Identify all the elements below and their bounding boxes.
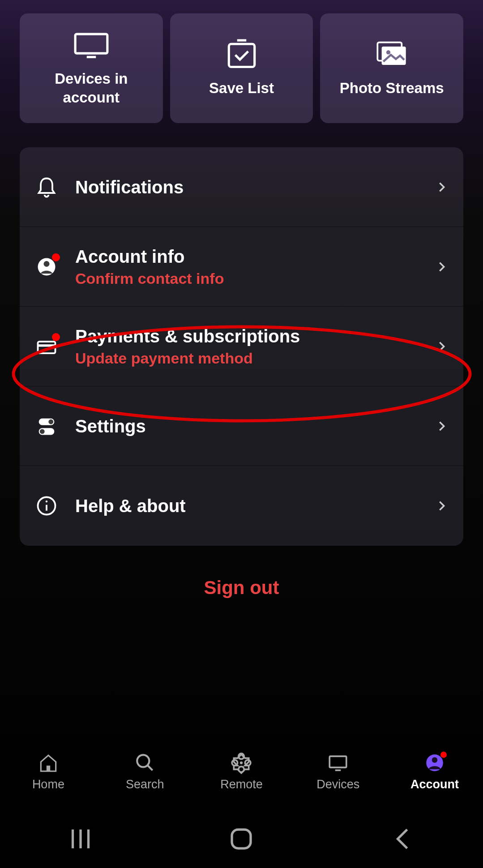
menu-subtitle: Update payment method: [75, 350, 436, 367]
svg-rect-0: [75, 34, 107, 53]
menu-title: Payments & subscriptions: [75, 325, 436, 347]
bottom-nav: Home Search Remote: [0, 734, 483, 810]
alert-dot: [52, 253, 60, 261]
alert-dot: [440, 752, 447, 758]
nav-devices[interactable]: Devices: [290, 753, 386, 791]
svg-point-26: [240, 761, 243, 764]
nav-label: Remote: [220, 778, 263, 791]
menu-text: Help & about: [75, 495, 436, 517]
svg-rect-19: [47, 765, 50, 771]
menu-text: Notifications: [75, 176, 436, 198]
person-icon: [35, 255, 58, 278]
menu-item-notifications[interactable]: Notifications: [20, 147, 463, 227]
svg-point-30: [432, 757, 438, 763]
search-icon: [134, 753, 156, 773]
account-icon: [423, 753, 446, 773]
svg-point-22: [239, 753, 244, 759]
chevron-right-icon: [436, 420, 448, 432]
nav-label: Devices: [316, 778, 359, 791]
alert-dot: [52, 333, 60, 341]
menu-item-settings[interactable]: Settings: [20, 386, 463, 466]
tile-photo-streams[interactable]: Photo Streams: [320, 13, 463, 123]
svg-line-21: [148, 765, 152, 770]
chevron-right-icon: [436, 340, 448, 353]
sys-recent-button[interactable]: [65, 825, 96, 852]
account-menu: Notifications Account info Confirm conta…: [20, 147, 463, 546]
chevron-right-icon: [436, 261, 448, 273]
checkbox-icon: [223, 39, 260, 70]
menu-subtitle: Confirm contact info: [75, 270, 436, 287]
nav-account[interactable]: Account: [386, 753, 483, 791]
svg-point-24: [239, 766, 244, 772]
svg-rect-9: [38, 342, 56, 353]
menu-item-help[interactable]: Help & about: [20, 466, 463, 546]
svg-point-12: [48, 419, 53, 424]
svg-point-23: [245, 760, 251, 765]
svg-point-14: [40, 429, 45, 434]
svg-point-8: [44, 261, 50, 267]
tile-label: Photo Streams: [340, 79, 444, 97]
sys-home-button[interactable]: [226, 825, 257, 852]
svg-rect-34: [232, 830, 251, 848]
sys-back-button[interactable]: [387, 825, 418, 852]
menu-title: Account info: [75, 246, 436, 267]
menu-text: Payments & subscriptions Update payment …: [75, 325, 436, 367]
remote-icon: [230, 753, 252, 773]
photos-icon: [373, 39, 410, 70]
tile-save-list[interactable]: Save List: [170, 13, 313, 123]
tile-label: Save List: [209, 79, 274, 97]
sign-out-button[interactable]: Sign out: [0, 577, 483, 599]
nav-label: Home: [32, 778, 64, 791]
svg-rect-3: [229, 44, 254, 67]
bell-icon: [35, 175, 58, 199]
menu-text: Settings: [75, 415, 436, 437]
svg-rect-5: [382, 47, 406, 65]
nav-label: Account: [410, 778, 459, 791]
svg-point-20: [137, 755, 149, 767]
tile-devices-in-account[interactable]: Devices in account: [20, 13, 163, 123]
svg-rect-27: [330, 756, 347, 767]
chevron-right-icon: [436, 181, 448, 193]
devices-icon: [327, 753, 349, 773]
svg-point-6: [386, 51, 390, 55]
nav-remote[interactable]: Remote: [193, 753, 290, 791]
nav-search[interactable]: Search: [97, 753, 193, 791]
card-icon: [35, 335, 58, 358]
menu-item-account-info[interactable]: Account info Confirm contact info: [20, 227, 463, 307]
monitor-icon: [73, 30, 110, 60]
nav-home[interactable]: Home: [0, 753, 97, 791]
menu-title: Help & about: [75, 495, 436, 517]
system-nav: [0, 810, 483, 868]
svg-point-25: [232, 760, 238, 765]
chevron-right-icon: [436, 500, 448, 512]
menu-title: Settings: [75, 415, 436, 437]
menu-title: Notifications: [75, 176, 436, 198]
menu-text: Account info Confirm contact info: [75, 246, 436, 287]
info-icon: [35, 494, 58, 517]
top-tiles: Devices in account Save List Photo Strea…: [0, 0, 483, 123]
tile-label: Devices in account: [25, 69, 158, 107]
nav-label: Search: [126, 778, 164, 791]
home-icon: [37, 753, 60, 773]
menu-item-payments[interactable]: Payments & subscriptions Update payment …: [20, 307, 463, 386]
toggle-icon: [35, 415, 58, 438]
svg-point-16: [46, 500, 47, 502]
